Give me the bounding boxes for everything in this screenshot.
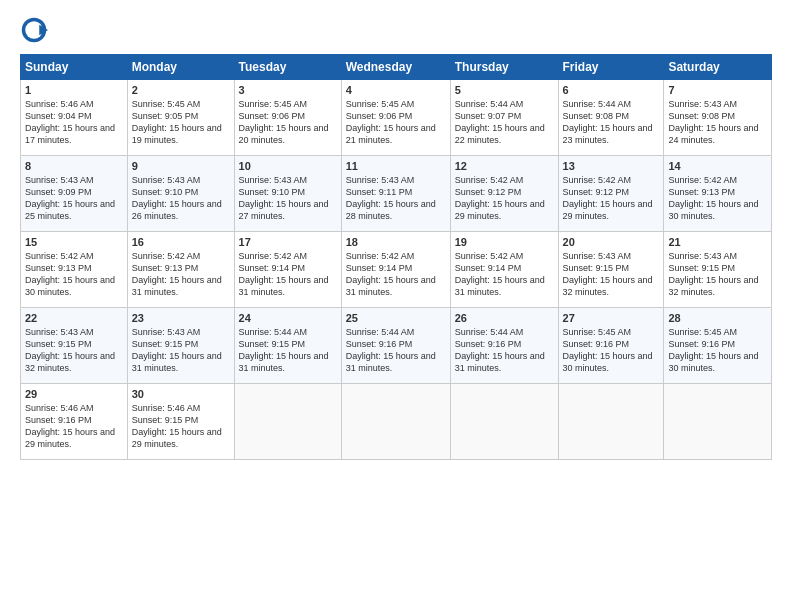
cell-details: Sunrise: 5:46 AM Sunset: 9:04 PM Dayligh… bbox=[25, 98, 123, 147]
calendar-cell bbox=[664, 384, 772, 460]
day-number: 21 bbox=[668, 236, 767, 248]
day-number: 24 bbox=[239, 312, 337, 324]
day-number: 29 bbox=[25, 388, 123, 400]
calendar-cell: 7Sunrise: 5:43 AM Sunset: 9:08 PM Daylig… bbox=[664, 80, 772, 156]
calendar-cell: 24Sunrise: 5:44 AM Sunset: 9:15 PM Dayli… bbox=[234, 308, 341, 384]
calendar-cell: 9Sunrise: 5:43 AM Sunset: 9:10 PM Daylig… bbox=[127, 156, 234, 232]
day-number: 11 bbox=[346, 160, 446, 172]
calendar-table: SundayMondayTuesdayWednesdayThursdayFrid… bbox=[20, 54, 772, 460]
cell-details: Sunrise: 5:42 AM Sunset: 9:13 PM Dayligh… bbox=[668, 174, 767, 223]
day-number: 12 bbox=[455, 160, 554, 172]
calendar-cell: 28Sunrise: 5:45 AM Sunset: 9:16 PM Dayli… bbox=[664, 308, 772, 384]
calendar-cell: 14Sunrise: 5:42 AM Sunset: 9:13 PM Dayli… bbox=[664, 156, 772, 232]
cell-details: Sunrise: 5:44 AM Sunset: 9:16 PM Dayligh… bbox=[346, 326, 446, 375]
day-number: 26 bbox=[455, 312, 554, 324]
day-number: 17 bbox=[239, 236, 337, 248]
calendar-cell: 27Sunrise: 5:45 AM Sunset: 9:16 PM Dayli… bbox=[558, 308, 664, 384]
day-number: 25 bbox=[346, 312, 446, 324]
day-number: 5 bbox=[455, 84, 554, 96]
day-number: 3 bbox=[239, 84, 337, 96]
day-header-monday: Monday bbox=[127, 55, 234, 80]
calendar-cell: 21Sunrise: 5:43 AM Sunset: 9:15 PM Dayli… bbox=[664, 232, 772, 308]
calendar-cell: 25Sunrise: 5:44 AM Sunset: 9:16 PM Dayli… bbox=[341, 308, 450, 384]
calendar-cell: 2Sunrise: 5:45 AM Sunset: 9:05 PM Daylig… bbox=[127, 80, 234, 156]
day-number: 15 bbox=[25, 236, 123, 248]
calendar-cell: 1Sunrise: 5:46 AM Sunset: 9:04 PM Daylig… bbox=[21, 80, 128, 156]
cell-details: Sunrise: 5:43 AM Sunset: 9:15 PM Dayligh… bbox=[563, 250, 660, 299]
calendar-cell: 22Sunrise: 5:43 AM Sunset: 9:15 PM Dayli… bbox=[21, 308, 128, 384]
day-number: 22 bbox=[25, 312, 123, 324]
calendar-cell: 23Sunrise: 5:43 AM Sunset: 9:15 PM Dayli… bbox=[127, 308, 234, 384]
cell-details: Sunrise: 5:43 AM Sunset: 9:10 PM Dayligh… bbox=[239, 174, 337, 223]
day-header-tuesday: Tuesday bbox=[234, 55, 341, 80]
logo bbox=[20, 16, 50, 44]
calendar-cell bbox=[558, 384, 664, 460]
day-number: 6 bbox=[563, 84, 660, 96]
header bbox=[20, 16, 772, 44]
logo-icon bbox=[20, 16, 48, 44]
day-number: 20 bbox=[563, 236, 660, 248]
day-number: 1 bbox=[25, 84, 123, 96]
cell-details: Sunrise: 5:45 AM Sunset: 9:06 PM Dayligh… bbox=[239, 98, 337, 147]
cell-details: Sunrise: 5:42 AM Sunset: 9:14 PM Dayligh… bbox=[346, 250, 446, 299]
day-number: 14 bbox=[668, 160, 767, 172]
day-header-wednesday: Wednesday bbox=[341, 55, 450, 80]
cell-details: Sunrise: 5:44 AM Sunset: 9:08 PM Dayligh… bbox=[563, 98, 660, 147]
cell-details: Sunrise: 5:44 AM Sunset: 9:16 PM Dayligh… bbox=[455, 326, 554, 375]
calendar-page: SundayMondayTuesdayWednesdayThursdayFrid… bbox=[0, 0, 792, 612]
cell-details: Sunrise: 5:44 AM Sunset: 9:15 PM Dayligh… bbox=[239, 326, 337, 375]
week-row-2: 8Sunrise: 5:43 AM Sunset: 9:09 PM Daylig… bbox=[21, 156, 772, 232]
day-header-sunday: Sunday bbox=[21, 55, 128, 80]
day-number: 2 bbox=[132, 84, 230, 96]
calendar-cell: 8Sunrise: 5:43 AM Sunset: 9:09 PM Daylig… bbox=[21, 156, 128, 232]
cell-details: Sunrise: 5:43 AM Sunset: 9:11 PM Dayligh… bbox=[346, 174, 446, 223]
cell-details: Sunrise: 5:45 AM Sunset: 9:16 PM Dayligh… bbox=[668, 326, 767, 375]
day-number: 30 bbox=[132, 388, 230, 400]
cell-details: Sunrise: 5:45 AM Sunset: 9:06 PM Dayligh… bbox=[346, 98, 446, 147]
calendar-cell: 18Sunrise: 5:42 AM Sunset: 9:14 PM Dayli… bbox=[341, 232, 450, 308]
day-number: 19 bbox=[455, 236, 554, 248]
calendar-cell: 3Sunrise: 5:45 AM Sunset: 9:06 PM Daylig… bbox=[234, 80, 341, 156]
cell-details: Sunrise: 5:46 AM Sunset: 9:15 PM Dayligh… bbox=[132, 402, 230, 451]
week-row-4: 22Sunrise: 5:43 AM Sunset: 9:15 PM Dayli… bbox=[21, 308, 772, 384]
calendar-cell: 15Sunrise: 5:42 AM Sunset: 9:13 PM Dayli… bbox=[21, 232, 128, 308]
day-number: 9 bbox=[132, 160, 230, 172]
cell-details: Sunrise: 5:44 AM Sunset: 9:07 PM Dayligh… bbox=[455, 98, 554, 147]
calendar-cell: 29Sunrise: 5:46 AM Sunset: 9:16 PM Dayli… bbox=[21, 384, 128, 460]
cell-details: Sunrise: 5:42 AM Sunset: 9:12 PM Dayligh… bbox=[563, 174, 660, 223]
cell-details: Sunrise: 5:46 AM Sunset: 9:16 PM Dayligh… bbox=[25, 402, 123, 451]
cell-details: Sunrise: 5:43 AM Sunset: 9:15 PM Dayligh… bbox=[132, 326, 230, 375]
calendar-cell bbox=[450, 384, 558, 460]
day-number: 7 bbox=[668, 84, 767, 96]
day-number: 4 bbox=[346, 84, 446, 96]
calendar-cell: 10Sunrise: 5:43 AM Sunset: 9:10 PM Dayli… bbox=[234, 156, 341, 232]
calendar-cell bbox=[234, 384, 341, 460]
calendar-cell: 6Sunrise: 5:44 AM Sunset: 9:08 PM Daylig… bbox=[558, 80, 664, 156]
cell-details: Sunrise: 5:42 AM Sunset: 9:13 PM Dayligh… bbox=[25, 250, 123, 299]
cell-details: Sunrise: 5:43 AM Sunset: 9:09 PM Dayligh… bbox=[25, 174, 123, 223]
calendar-cell: 30Sunrise: 5:46 AM Sunset: 9:15 PM Dayli… bbox=[127, 384, 234, 460]
calendar-cell: 17Sunrise: 5:42 AM Sunset: 9:14 PM Dayli… bbox=[234, 232, 341, 308]
day-number: 13 bbox=[563, 160, 660, 172]
cell-details: Sunrise: 5:43 AM Sunset: 9:08 PM Dayligh… bbox=[668, 98, 767, 147]
day-header-friday: Friday bbox=[558, 55, 664, 80]
calendar-cell: 19Sunrise: 5:42 AM Sunset: 9:14 PM Dayli… bbox=[450, 232, 558, 308]
cell-details: Sunrise: 5:42 AM Sunset: 9:13 PM Dayligh… bbox=[132, 250, 230, 299]
cell-details: Sunrise: 5:45 AM Sunset: 9:16 PM Dayligh… bbox=[563, 326, 660, 375]
day-number: 16 bbox=[132, 236, 230, 248]
calendar-cell: 13Sunrise: 5:42 AM Sunset: 9:12 PM Dayli… bbox=[558, 156, 664, 232]
calendar-cell: 12Sunrise: 5:42 AM Sunset: 9:12 PM Dayli… bbox=[450, 156, 558, 232]
cell-details: Sunrise: 5:45 AM Sunset: 9:05 PM Dayligh… bbox=[132, 98, 230, 147]
week-row-5: 29Sunrise: 5:46 AM Sunset: 9:16 PM Dayli… bbox=[21, 384, 772, 460]
day-number: 23 bbox=[132, 312, 230, 324]
calendar-cell bbox=[341, 384, 450, 460]
cell-details: Sunrise: 5:42 AM Sunset: 9:12 PM Dayligh… bbox=[455, 174, 554, 223]
cell-details: Sunrise: 5:42 AM Sunset: 9:14 PM Dayligh… bbox=[239, 250, 337, 299]
day-number: 18 bbox=[346, 236, 446, 248]
week-row-1: 1Sunrise: 5:46 AM Sunset: 9:04 PM Daylig… bbox=[21, 80, 772, 156]
day-header-thursday: Thursday bbox=[450, 55, 558, 80]
day-number: 27 bbox=[563, 312, 660, 324]
header-row: SundayMondayTuesdayWednesdayThursdayFrid… bbox=[21, 55, 772, 80]
day-number: 10 bbox=[239, 160, 337, 172]
cell-details: Sunrise: 5:43 AM Sunset: 9:15 PM Dayligh… bbox=[668, 250, 767, 299]
